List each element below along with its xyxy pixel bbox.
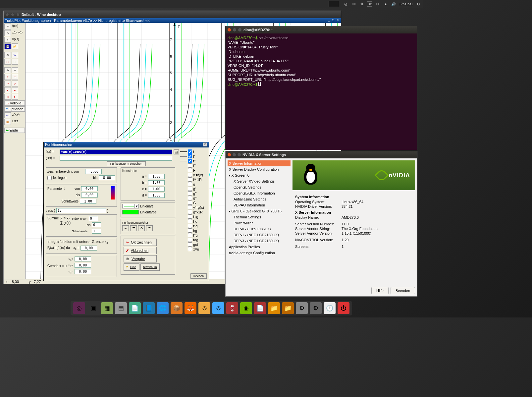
- flist-checkbox[interactable]: [188, 200, 192, 205]
- dock-item[interactable]: 📘: [143, 302, 155, 314]
- keyboard-lang-indicator[interactable]: De: [367, 1, 372, 7]
- nvidia-titlebar[interactable]: NVIDIA X Server Settings: [226, 151, 417, 158]
- open-icon[interactable]: 📂: [12, 43, 18, 49]
- tree-item[interactable]: VDPAU Information: [228, 202, 291, 208]
- h-tool-icon[interactable]: ≈: [4, 37, 11, 43]
- dock-item[interactable]: 📁: [282, 302, 294, 314]
- tree-item[interactable]: X Server XVideo Settings: [228, 178, 291, 184]
- minimize-icon[interactable]: [233, 153, 236, 156]
- range-to-input[interactable]: [99, 175, 115, 180]
- print-icon[interactable]: 🖨: [4, 52, 11, 58]
- flist-checkbox[interactable]: [188, 205, 192, 209]
- zoom-icon[interactable]: ⊹: [12, 67, 18, 73]
- fx-picker-icon[interactable]: ▤: [174, 149, 179, 154]
- flist-checkbox[interactable]: [188, 182, 192, 186]
- mem-d-icon[interactable]: ⋯: [146, 225, 153, 231]
- tool-a-icon[interactable]: ⬚: [4, 59, 11, 65]
- tree-item[interactable]: Antialiasing Settings: [228, 196, 291, 202]
- dock-item[interactable]: ⚙: [296, 302, 308, 314]
- u3-input[interactable]: [75, 269, 91, 274]
- tree-item[interactable]: DFP-1 - (NEC LCD2180UX): [228, 232, 291, 238]
- flist-checkbox[interactable]: [188, 233, 192, 237]
- wine-titlebar[interactable]: Default - Wine desktop: [4, 11, 341, 18]
- dock-item[interactable]: 📄: [254, 302, 266, 314]
- minimize-icon[interactable]: [11, 13, 14, 16]
- dock-item[interactable]: ⏻: [338, 302, 349, 314]
- mem-c-icon[interactable]: ✕: [138, 225, 145, 231]
- dock-item[interactable]: ⊚: [212, 302, 224, 314]
- save-icon[interactable]: 💾: [4, 43, 11, 49]
- dialog-titlebar[interactable]: Funktionenschar✕: [44, 142, 209, 147]
- 3d-button[interactable]: 3D: [4, 112, 11, 118]
- sum-n1-input[interactable]: [89, 216, 98, 221]
- fullscreen-button[interactable]: ▭ Vollbild: [4, 100, 25, 106]
- network-icon[interactable]: ▲: [383, 1, 388, 7]
- flist-checkbox[interactable]: [188, 187, 192, 191]
- window-controls[interactable]: _ ▢ ✕: [328, 19, 340, 23]
- dock-item[interactable]: ⊚: [198, 302, 210, 314]
- turboplot-titlebar[interactable]: TurboPlot Funktionsgraphen - Parameterku…: [4, 18, 341, 23]
- tree-item[interactable]: DFP-0 - (Eizo L985EX): [228, 226, 291, 232]
- flist-checkbox[interactable]: [188, 210, 192, 214]
- quit-button[interactable]: Beenden: [391, 287, 415, 294]
- default-button[interactable]: 🗎Vorgabe: [124, 255, 157, 262]
- grid-icon[interactable]: ▦: [4, 119, 11, 125]
- flist-checkbox[interactable]: [188, 247, 192, 251]
- dock-item[interactable]: 🕐: [324, 302, 336, 314]
- tree-item[interactable]: Thermal Settings: [228, 214, 291, 220]
- dock-item[interactable]: ⚙: [310, 302, 322, 314]
- mail-icon[interactable]: ✉: [375, 1, 380, 7]
- dock-item[interactable]: 🍷: [226, 302, 238, 314]
- cancel-button[interactable]: ✗Abbrechen: [124, 247, 157, 254]
- sum-n3-input[interactable]: [92, 229, 101, 234]
- sound-icon[interactable]: 🔊: [391, 1, 396, 7]
- range-from-input[interactable]: [85, 169, 102, 174]
- u2-input[interactable]: [75, 263, 91, 268]
- dock-item[interactable]: 📄: [129, 302, 141, 314]
- flist-checkbox[interactable]: [188, 214, 192, 219]
- dock-item[interactable]: 📦: [171, 302, 183, 314]
- xy-tool-icon[interactable]: ∿: [4, 30, 11, 36]
- dot-a-icon[interactable]: ●: [4, 87, 11, 93]
- flist-checkbox[interactable]: [188, 191, 192, 196]
- param-from-input[interactable]: [81, 186, 98, 191]
- word-icon[interactable]: W: [12, 52, 18, 58]
- minimize-icon[interactable]: [233, 28, 236, 31]
- tree-item[interactable]: DFP-3 - (NEC LCD2180UX): [228, 238, 291, 244]
- const-d-input[interactable]: [148, 193, 165, 198]
- flist-checkbox[interactable]: [188, 224, 192, 228]
- linecolor-swatch[interactable]: [122, 210, 139, 214]
- tree-item[interactable]: X Screen 0: [228, 172, 291, 178]
- sum-n2-input[interactable]: [92, 222, 101, 227]
- festlegen-checkbox[interactable]: [47, 176, 52, 180]
- terminal-output[interactable]: dino@AMD270:~$ cat /etc/os-release NAME=…: [226, 33, 417, 89]
- tree-item[interactable]: GPU 0 - (GeForce GTX 750 Ti): [228, 208, 291, 214]
- tree-item[interactable]: OpenGL/GLX Information: [228, 190, 291, 196]
- dock-item[interactable]: ▤: [115, 302, 127, 314]
- taus-input[interactable]: [56, 208, 106, 213]
- const-c-input[interactable]: [148, 187, 165, 192]
- fx-tool-icon[interactable]: ≋: [4, 24, 11, 29]
- help-button[interactable]: ?Hilfe: [124, 263, 139, 271]
- close-icon[interactable]: [228, 28, 231, 31]
- help-button[interactable]: Hilfe: [371, 287, 389, 294]
- exit-button[interactable]: ⬅ Ende: [4, 128, 25, 133]
- tree-item[interactable]: X Server Display Configuration: [228, 166, 291, 172]
- flist-checkbox[interactable]: [188, 177, 192, 182]
- messaging-icon[interactable]: ✉: [351, 1, 356, 7]
- const-a-input[interactable]: [148, 174, 165, 179]
- fx-input[interactable]: [60, 149, 172, 154]
- flist-checkbox[interactable]: [188, 242, 192, 247]
- intg-x0-input[interactable]: [80, 246, 97, 251]
- mem-a-icon[interactable]: ≡: [122, 225, 129, 231]
- flist-checkbox[interactable]: [188, 168, 192, 172]
- gx-input[interactable]: [60, 156, 172, 161]
- ok-button[interactable]: ∿OK zeichnen: [124, 239, 157, 246]
- tree-item[interactable]: X Server Information: [228, 160, 291, 166]
- param-to-input[interactable]: [81, 193, 98, 198]
- mem-b-icon[interactable]: ≣: [130, 225, 137, 231]
- flist-checkbox[interactable]: [188, 149, 192, 154]
- arrows-c-icon[interactable]: ↗: [4, 81, 11, 86]
- tree-item[interactable]: PowerMizer: [228, 220, 291, 226]
- move-icon[interactable]: ✥: [4, 67, 11, 73]
